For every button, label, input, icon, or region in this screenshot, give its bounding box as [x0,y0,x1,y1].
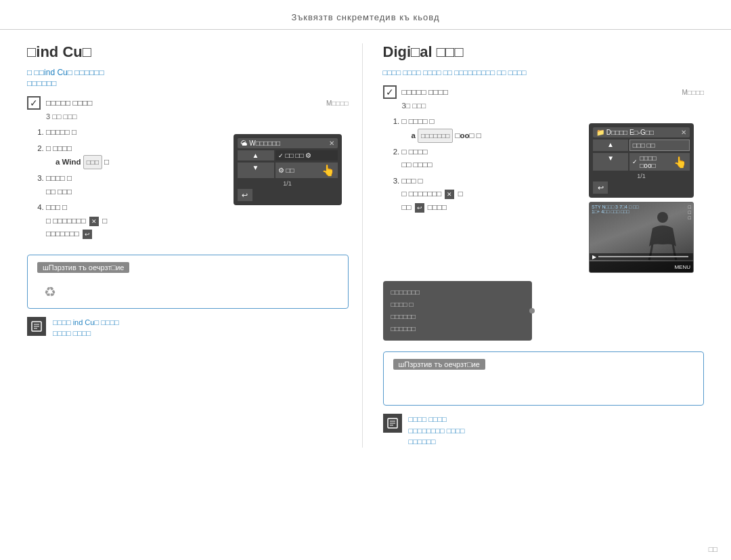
list-item: □□□□□ □ [46,126,227,139]
left-tip-block: □□□□ ind Cu□ □□□□ □□□□ □□□□ [27,317,349,339]
preview-menu-label: MENU [674,264,690,270]
right-menu-badge: M□□□□ [682,89,705,96]
right-tip-desc: □□□□□□□□ □□□□ [409,427,465,435]
dialog-up-arrow[interactable]: ▲ [238,150,274,160]
dialog-close-icon[interactable]: ✕ [329,139,334,147]
right-popup-box: □□□□□□□ □□□□ □ □□□□□□ □□□□□□ [383,281,532,341]
main-content: □ind Cu□ □ □□ind Cu□ □□□□□□ □□□□□□ □□□□□… [0,30,731,461]
tip-icon-left [27,317,46,336]
tip-icon-right [383,414,402,433]
list-item: □□□ □ □ □□□□□□□ ✕ □ □□ ↩ □□□□ [402,175,583,215]
right-hand-cursor-icon: 👆 [673,156,687,169]
list-item: □□□ □ □ □□□□□□□ ✕ □ □□□□□□□ ↩ [46,201,227,241]
left-step-block: □□□□□ □□□□ M□□□□ 3 □□ □□□ □□□□□ □ □ □□□□… [27,96,349,246]
left-column: □ind Cu□ □ □□ind Cu□ □□□□□□ □□□□□□ □□□□□… [20,43,363,448]
right-tip-text: □□□□ □□□□ □□□□□□□□ □□□□ □□□□□□ [409,414,465,448]
right-row-with-dialog: □ □□□□ □ a □□□□□□□ □oo□ □ □ □□□□ □□ □□□□… [383,110,705,273]
right-dialog-up[interactable]: ▲ [593,139,628,151]
left-steps-wrap: □□□□□ □ □ □□□□ a Wind □□□ □ □□□□ □ □□ □□… [27,121,227,246]
right-link1[interactable]: □□□□ □□□□ [383,68,421,77]
left-checkbox [27,96,41,110]
page-header: Зъквязтв снкремтедив къ кьовд [0,0,731,30]
left-step-note: 3 □□ □□□ [46,112,349,121]
hand-cursor-icon: 👆 [322,164,335,177]
left-tip-title: □□□□ ind Cu□ □□□□ [53,318,119,326]
dialog-right-title: 📁 D□□□□ E□-G□□ [596,129,654,136]
left-tip-text: □□□□ ind Cu□ □□□□ □□□□ □□□□ [53,317,119,339]
right-dialog-down[interactable]: ▼ [593,153,628,171]
dialog-down-arrow[interactable]: ▼ [238,163,274,178]
right-checkbox [383,85,397,99]
right-section-title: Digi□al □□□ [383,43,705,61]
notice-refresh-icon: ♻ [44,284,338,300]
right-step-note: 3□ □□□ [402,102,705,110]
popup-line3: □□□□□□ [391,311,524,323]
dialog-right-close-icon[interactable]: ✕ [681,129,686,136]
right-dialog-pagination: 1/1 [593,173,690,179]
popup-line1: □□□□□□□ [391,286,524,299]
right-tip-desc2: □□□□□□ [409,437,436,446]
right-link2[interactable]: □□□□ □□ [423,68,452,77]
right-dialog-back-button[interactable]: ↩ [593,181,608,194]
list-item: □ □□□□ □ a □□□□□□□ □oo□ □ [402,115,583,143]
list-item: □ □□□□ a Wind □□□ □ [46,142,227,170]
dialog-left-title: 🌥 W□□□□□□ [241,139,280,147]
dialog-pagination: 1/1 [238,180,338,187]
left-step-title: □□□□□ □□□□ [46,98,93,108]
right-step-title: □□□□□ □□□□ [402,87,449,97]
left-section-title: □ind Cu□ [27,43,349,61]
page-number: □□ [709,545,717,553]
list-item: □ □□□□ □□ □□□□ [402,146,583,172]
right-notice-label: шПзрзтив тъ оечрзт□ие [393,359,485,370]
connector-dot [529,308,535,314]
left-step-header: □□□□□ □□□□ M□□□□ [27,96,349,110]
right-notice-box: шПзрзтив тъ оечрзт□ие [383,351,705,406]
left-notice-box: шПзрзтив тъ оечрзт□ие ♻ [27,255,349,309]
right-link3[interactable]: □□□□□□□□□ □□ [454,68,506,77]
right-steps-wrap: □ □□□□ □ a □□□□□□□ □oo□ □ □ □□□□ □□ □□□□… [383,110,583,219]
dialog-back-button[interactable]: ↩ [238,189,252,201]
popup-line2: □□□□ □ [391,299,524,311]
right-step-header: □□□□□ □□□□ M□□□□ [383,85,705,99]
header-title: Зъквязтв снкремтедив къ кьовд [291,12,439,22]
left-menu-badge: M□□□□ [326,100,349,107]
list-item: □□□□ □ □□ □□□ [46,172,227,198]
left-link1[interactable]: □ □□ind Cu□ □□□□□□ [27,68,349,77]
left-camera-dialog-wrap: 🌥 W□□□□□□ ✕ ▲ ✓ □□ □□ ⚙ [234,134,349,205]
popup-line4: □□□□□□ [391,323,524,335]
right-camera-dialog-wrap: 📁 D□□□□ E□-G□□ ✕ ▲ □□□ □□ ▼ [589,123,704,273]
right-column: Digi□al □□□ □□□□ □□□□ □□□□ □□ □□□□□□□□□ … [376,43,711,448]
left-link1b[interactable]: □□□□□□ [27,79,349,88]
right-steps-list: □ □□□□ □ a □□□□□□□ □oo□ □ □ □□□□ □□ □□□□… [402,115,583,214]
right-tip-title: □□□□ □□□□ [409,415,447,423]
left-tip-desc: □□□□ □□□□ [53,329,91,337]
left-steps-list: □□□□□ □ □ □□□□ a Wind □□□ □ □□□□ □ □□ □□… [46,126,227,241]
right-step-block: □□□□□ □□□□ M□□□□ 3□ □□□ □ □□□□ □ a □□□□□… [383,85,705,341]
right-tip-block: □□□□ □□□□ □□□□□□□□ □□□□ □□□□□□ [383,414,705,448]
svg-point-4 [657,212,668,223]
left-notice-label: шПзрзтив тъ оечрзт□ие [37,262,129,273]
right-link4[interactable]: □□□□ [508,68,527,77]
left-row-with-dialog: □□□□□ □ □ □□□□ a Wind □□□ □ □□□□ □ □□ □□… [27,121,349,246]
